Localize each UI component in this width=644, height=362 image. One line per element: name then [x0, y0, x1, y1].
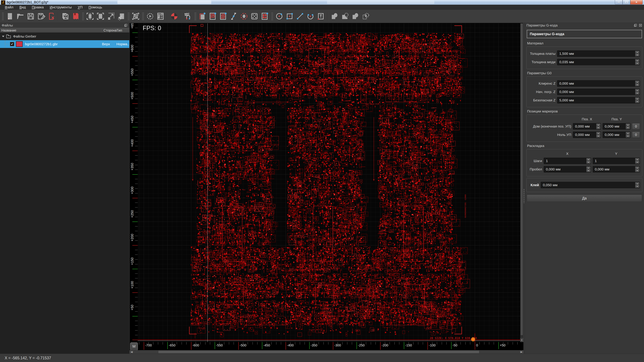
menu-item-правка[interactable]: Правка: [29, 5, 47, 10]
spin-down-icon[interactable]: ▼: [635, 161, 640, 164]
glue-input[interactable]: 0,050 мм▲▼: [541, 182, 640, 188]
job-settings-button[interactable]: [155, 11, 166, 21]
open-file-button[interactable]: [15, 11, 26, 21]
spin-up-icon[interactable]: ▲: [596, 123, 600, 126]
toolbar-grip[interactable]: [142, 12, 144, 21]
vertical-scroll-thumb[interactable]: [520, 23, 523, 335]
fit-selection-button[interactable]: [95, 11, 106, 21]
snap-magnet-button[interactable]: [183, 11, 193, 21]
gap-y-input[interactable]: 0,000 мм▲▼: [593, 166, 640, 172]
menu-item-инструменты[interactable]: Инструменты: [47, 5, 75, 10]
fill-lines-button[interactable]: [218, 11, 228, 21]
board-thickness-input[interactable]: 1,500 мм▲▼: [557, 50, 640, 57]
fit-view-button[interactable]: [85, 11, 95, 21]
toolbar-grip[interactable]: [128, 12, 130, 21]
bool-intersect-button[interactable]: [350, 11, 360, 21]
save-all-button[interactable]: [60, 11, 70, 21]
horizontal-scrollbar[interactable]: ◀ ▶: [130, 350, 524, 354]
start-depth-z-input[interactable]: 0,000 мм▲▼: [557, 89, 640, 95]
spin-down-icon[interactable]: ▼: [635, 54, 640, 56]
file-color-swatch[interactable]: [16, 41, 23, 47]
copper-thickness-input[interactable]: 0,035 мм▲▼: [557, 59, 640, 65]
toolbar-grip[interactable]: [2, 12, 4, 21]
spin-down-icon[interactable]: ▼: [635, 62, 640, 65]
spin-up-icon[interactable]: ▲: [635, 158, 640, 161]
tree-group-gerber[interactable]: Файлы Gerber: [0, 32, 129, 40]
zero-x-input[interactable]: 0,000 мм▲▼: [573, 132, 601, 138]
home-x-input[interactable]: 0,000 мм▲▼: [573, 123, 601, 130]
scroll-left-icon[interactable]: ◀: [130, 350, 134, 354]
spin-up-icon[interactable]: ▲: [586, 166, 591, 169]
spin-up-icon[interactable]: ▲: [626, 123, 630, 126]
fill-spiral-button[interactable]: [208, 11, 218, 21]
spin-up-icon[interactable]: ▲: [635, 97, 640, 100]
chevron-down-icon[interactable]: [2, 36, 4, 37]
panel-splitter[interactable]: [523, 23, 524, 354]
toolbar-grip[interactable]: [194, 12, 196, 21]
spin-up-icon[interactable]: ▲: [635, 59, 640, 62]
horizontal-scroll-thumb[interactable]: [158, 351, 479, 354]
spin-down-icon[interactable]: ▼: [635, 92, 640, 95]
steps-x-input[interactable]: 1▲▼: [544, 158, 591, 164]
draw-circle-button[interactable]: [274, 11, 284, 21]
spin-down-icon[interactable]: ▼: [635, 169, 640, 172]
minimize-button[interactable]: [615, 0, 622, 4]
origin-marker[interactable]: [471, 337, 475, 341]
save-file-as-button[interactable]: [36, 11, 46, 21]
drill-marker-button[interactable]: [239, 11, 249, 21]
close-button[interactable]: ✕: [630, 0, 643, 4]
close-panel-icon[interactable]: [639, 23, 642, 27]
restore-button[interactable]: [622, 0, 630, 4]
draw-line-button[interactable]: [295, 11, 305, 21]
clearance-z-input[interactable]: 0,000 мм▲▼: [557, 80, 640, 87]
gap-x-input[interactable]: 0,000 мм▲▼: [544, 166, 591, 172]
spin-down-icon[interactable]: ▼: [626, 135, 630, 138]
run-job-button[interactable]: [145, 11, 155, 21]
units-button[interactable]: M: [130, 343, 138, 350]
spin-up-icon[interactable]: ▲: [626, 132, 630, 135]
spin-up-icon[interactable]: ▲: [635, 89, 640, 92]
bool-union-button[interactable]: [330, 11, 340, 21]
column-type[interactable]: Тип: [115, 28, 129, 33]
save-file-button[interactable]: [26, 11, 36, 21]
board-outline-button[interactable]: [197, 11, 208, 21]
draw-arc-button[interactable]: [305, 11, 316, 21]
toolbar-grip[interactable]: [82, 12, 84, 21]
spin-down-icon[interactable]: ▼: [596, 135, 600, 138]
spin-up-icon[interactable]: ▲: [596, 132, 600, 135]
pcb-viewport[interactable]: [138, 23, 520, 342]
zoom-selection-button[interactable]: [116, 11, 126, 21]
spin-down-icon[interactable]: ▼: [635, 100, 640, 103]
column-name[interactable]: Название: [0, 28, 102, 33]
spin-down-icon[interactable]: ▼: [586, 169, 591, 172]
spin-up-icon[interactable]: ▲: [635, 166, 640, 169]
zoom-region-button[interactable]: [106, 11, 116, 21]
home-zero-button[interactable]: 0: [632, 123, 640, 129]
scroll-down-icon[interactable]: ▼: [520, 338, 523, 342]
dice-pattern-button[interactable]: [249, 11, 260, 21]
close-file-button[interactable]: [46, 11, 57, 21]
spin-down-icon[interactable]: ▼: [635, 83, 640, 86]
zero-zero-button[interactable]: 0: [632, 132, 640, 138]
menu-item-уп[interactable]: УП: [75, 5, 86, 10]
spin-up-icon[interactable]: ▲: [586, 158, 591, 161]
vertical-scrollbar[interactable]: ▼: [520, 23, 523, 342]
tree-file-row[interactable]: ✔ bgr0e0800272b1.gbr Верх Норма...: [0, 40, 129, 48]
scroll-right-icon[interactable]: ▶: [520, 350, 524, 354]
safe-z-input[interactable]: 5,000 мм▲▼: [557, 97, 640, 103]
draw-text-button[interactable]: [316, 11, 326, 21]
float-panel-icon[interactable]: [124, 23, 128, 27]
float-panel-icon[interactable]: [634, 23, 637, 27]
new-file-button[interactable]: [5, 11, 15, 21]
menu-item-помощь[interactable]: Помощь: [86, 5, 105, 10]
array-pattern-button[interactable]: [260, 11, 270, 21]
spin-down-icon[interactable]: ▼: [626, 126, 630, 129]
menu-item-вид[interactable]: Вид: [16, 5, 29, 10]
optimize-path-button[interactable]: [228, 11, 239, 21]
panelize-button[interactable]: [130, 11, 141, 21]
toolbar-grip[interactable]: [271, 12, 273, 21]
spin-down-icon[interactable]: ▼: [635, 185, 640, 188]
spin-up-icon[interactable]: ▲: [635, 182, 640, 185]
spin-down-icon[interactable]: ▼: [586, 161, 591, 164]
spin-up-icon[interactable]: ▲: [635, 81, 640, 83]
